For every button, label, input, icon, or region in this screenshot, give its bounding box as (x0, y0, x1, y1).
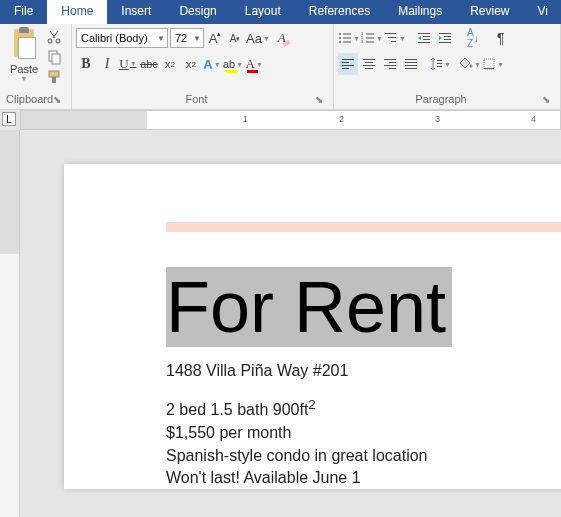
ruler-num: 2 (339, 114, 344, 124)
svg-rect-47 (437, 63, 442, 64)
page: For Rent 1488 Villa Piña Way #201 2 bed … (64, 164, 561, 489)
svg-rect-32 (342, 65, 354, 66)
svg-rect-50 (484, 59, 494, 69)
svg-rect-20 (388, 37, 396, 38)
desc-line[interactable]: Spanish-style condo in great location (166, 445, 561, 467)
cut-icon[interactable] (46, 29, 62, 45)
tab-insert[interactable]: Insert (107, 0, 165, 24)
svg-rect-6 (282, 40, 290, 47)
align-center-button[interactable] (359, 53, 379, 75)
svg-point-1 (56, 39, 60, 43)
horizontal-ruler-row: L 1 2 3 4 (0, 110, 561, 130)
document-area[interactable]: For Rent 1488 Villa Piña Way #201 2 bed … (20, 130, 561, 517)
svg-rect-34 (363, 59, 375, 60)
ruler-num: 3 (435, 114, 440, 124)
chevron-down-icon[interactable]: ▼ (191, 34, 203, 43)
body-text[interactable]: 1488 Villa Piña Way #201 2 bed 1.5 bath … (166, 360, 561, 489)
shading-button[interactable]: ▼ (459, 53, 481, 75)
svg-rect-8 (343, 34, 351, 35)
avail-line[interactable]: Won't last! Available June 1 (166, 467, 561, 489)
vertical-ruler[interactable] (0, 130, 20, 517)
svg-rect-23 (423, 36, 430, 37)
tab-file[interactable]: File (0, 0, 47, 24)
paragraph-launcher[interactable]: ⬊ (542, 94, 554, 106)
grow-font-button[interactable]: A▴ (206, 28, 224, 48)
tab-references[interactable]: References (295, 0, 384, 24)
svg-rect-44 (405, 65, 417, 66)
italic-button[interactable]: I (97, 53, 117, 75)
svg-rect-24 (423, 39, 430, 40)
tab-type-indicator: L (2, 112, 16, 126)
shrink-font-button[interactable]: A▾ (226, 28, 244, 48)
svg-rect-12 (343, 42, 351, 43)
ruler-num: 1 (243, 114, 248, 124)
clipboard-group-label: Clipboard (6, 92, 53, 107)
borders-button[interactable]: ▼ (482, 53, 504, 75)
decrease-indent-button[interactable] (414, 27, 434, 49)
svg-point-0 (48, 39, 52, 43)
tab-review[interactable]: Review (456, 0, 523, 24)
superscript-button[interactable]: x2 (181, 53, 201, 75)
horizontal-ruler[interactable]: 1 2 3 4 (20, 110, 561, 130)
svg-rect-51 (484, 68, 494, 69)
underline-button[interactable]: U▼ (118, 53, 138, 75)
font-size-input[interactable] (171, 32, 191, 44)
line-spacing-button[interactable]: ▼ (429, 53, 451, 75)
svg-rect-33 (342, 68, 349, 69)
group-font: ▼ ▼ A▴ A▾ Aa▼ A B I U▼ abc x2 x2 A▼ ab▼ (72, 24, 334, 109)
align-left-button[interactable] (338, 53, 358, 75)
svg-rect-48 (437, 66, 442, 67)
specs-line[interactable]: 2 bed 1.5 bath 900ft2 (166, 396, 561, 422)
tab-view[interactable]: Vi (524, 0, 561, 24)
clear-formatting-button[interactable]: A (272, 27, 292, 49)
bullets-button[interactable]: ▼ (338, 27, 360, 49)
svg-rect-40 (384, 65, 396, 66)
tab-home[interactable]: Home (47, 0, 107, 24)
paste-button[interactable]: Paste ▼ (4, 27, 44, 82)
font-color-button[interactable]: A▼ (244, 53, 264, 75)
svg-rect-21 (391, 41, 396, 42)
format-painter-icon[interactable] (46, 69, 62, 85)
numbering-button[interactable]: 123▼ (361, 27, 383, 49)
subscript-button[interactable]: x2 (160, 53, 180, 75)
svg-rect-16 (366, 38, 374, 39)
accent-bar (166, 222, 561, 232)
tab-selector[interactable]: L (0, 110, 20, 130)
font-name-input[interactable] (77, 32, 155, 44)
justify-button[interactable] (401, 53, 421, 75)
show-marks-button[interactable]: ¶ (491, 27, 511, 49)
svg-rect-10 (343, 38, 351, 39)
copy-icon[interactable] (46, 49, 62, 65)
svg-rect-5 (52, 77, 56, 83)
sort-button[interactable]: AZ↓ (463, 27, 483, 49)
headline-text[interactable]: For Rent (166, 267, 452, 347)
multilevel-list-button[interactable]: ▼ (384, 27, 406, 49)
tab-design[interactable]: Design (165, 0, 230, 24)
font-launcher[interactable]: ⬊ (315, 94, 327, 106)
text-effects-button[interactable]: A▼ (202, 53, 222, 75)
svg-rect-29 (439, 42, 451, 43)
increase-indent-button[interactable] (435, 27, 455, 49)
svg-rect-46 (437, 60, 442, 61)
strikethrough-button[interactable]: abc (139, 53, 159, 75)
svg-rect-22 (418, 33, 430, 34)
paste-label: Paste (10, 63, 38, 75)
clipboard-launcher[interactable]: ⬊ (53, 94, 65, 106)
tab-layout[interactable]: Layout (231, 0, 295, 24)
bold-button[interactable]: B (76, 53, 96, 75)
highlight-button[interactable]: ab▼ (223, 53, 243, 75)
group-paragraph: ▼ 123▼ ▼ AZ↓ ¶ ▼ ▼ ▼ (334, 24, 561, 109)
svg-rect-31 (342, 62, 349, 63)
font-name-combo[interactable]: ▼ (76, 28, 168, 48)
align-right-button[interactable] (380, 53, 400, 75)
change-case-button[interactable]: Aa▼ (246, 27, 270, 49)
svg-rect-19 (385, 33, 396, 34)
svg-point-49 (469, 65, 472, 68)
font-size-combo[interactable]: ▼ (170, 28, 204, 48)
tab-mailings[interactable]: Mailings (384, 0, 456, 24)
svg-rect-26 (439, 33, 451, 34)
price-line[interactable]: $1,550 per month (166, 422, 561, 444)
address-line[interactable]: 1488 Villa Piña Way #201 (166, 360, 561, 382)
chevron-down-icon[interactable]: ▼ (155, 34, 167, 43)
svg-rect-30 (342, 59, 354, 60)
